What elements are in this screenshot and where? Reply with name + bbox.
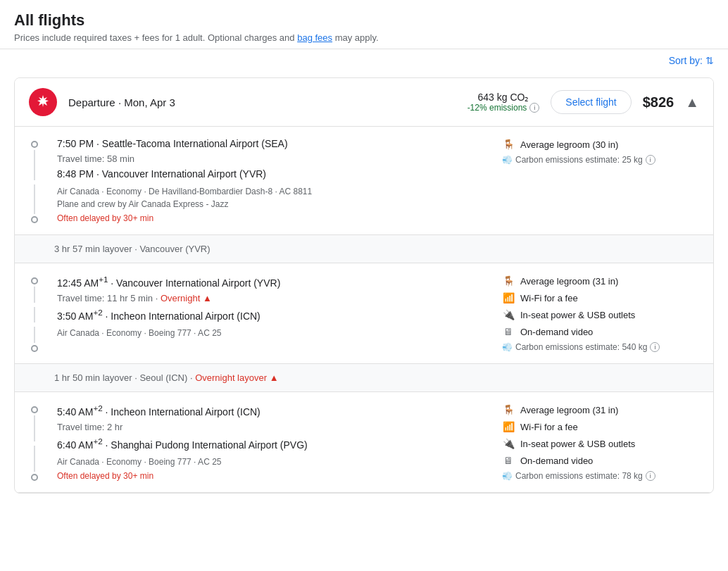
carbon-estimate-2: 💨 Carbon emissions estimate: 540 kg i [502,342,699,352]
segment-main-1: 7:50 PM · Seattle-Tacoma International A… [57,138,485,223]
legroom-amenity-1: 🪑 Average legroom (30 in) [502,138,699,151]
legroom-amenity-2: 🪑 Average legroom (31 in) [502,275,699,287]
timeline-line-3 [34,287,35,303]
flight-segment-1: 7:50 PM · Seattle-Tacoma International A… [15,127,713,235]
layover-2: 1 hr 50 min layover · Seoul (ICN) · Over… [15,364,713,392]
wifi-icon-2: 📶 [502,291,515,304]
timeline-dot-top [31,141,38,148]
video-amenity-2: 🖥 On-demand video [502,325,699,338]
air-canada-logo [29,88,57,116]
segment-amenities-2: 🪑 Average legroom (31 in) 📶 Wi-Fi for a … [502,275,699,352]
legroom-icon-3: 🪑 [502,403,515,416]
power-icon-3: 🔌 [502,437,515,450]
carbon-icon-3: 💨 [502,471,513,481]
segment-amenities-1: 🪑 Average legroom (30 in) 💨 Carbon emiss… [502,138,699,223]
video-amenity-3: 🖥 On-demand video [502,454,699,467]
segment-timeline-1 [29,138,40,223]
departure-time-2: 12:45 AM+1 · Vancouver International Air… [57,275,485,289]
travel-time-1: Travel time: 58 min [57,153,485,164]
page-title: All flights [14,11,714,30]
chevron-up-icon: ▲ [685,94,699,111]
timeline-line-2 [34,184,35,215]
video-icon-2: 🖥 [502,325,515,338]
video-icon-3: 🖥 [502,454,515,467]
travel-time-2: Travel time: 11 hr 5 min · Overnight ▲ [57,293,485,303]
segment-amenities-3: 🪑 Average legroom (31 in) 📶 Wi-Fi for a … [502,403,699,481]
legroom-icon: 🪑 [502,138,515,151]
timeline-dot-bottom-3 [31,474,38,481]
timeline-dot-top-2 [31,277,38,284]
delay-warning-3: Often delayed by 30+ min [57,471,485,481]
timeline-line-5 [34,327,35,343]
carbon-info-icon-3[interactable]: i [646,471,655,481]
select-flight-button[interactable]: Select flight [551,90,631,114]
layover-1: 3 hr 57 min layover · Vancouver (YVR) [15,235,713,263]
carbon-info-icon-2[interactable]: i [650,342,660,352]
segment-timeline-3 [29,403,40,481]
legroom-icon-2: 🪑 [502,275,515,287]
travel-time-3: Travel time: 2 hr [57,422,485,432]
arrival-time-2: 3:50 AM+2 · Incheon International Airpor… [57,308,485,322]
airline-details-1: Air Canada · Economy · De Havilland-Bomb… [57,185,485,211]
airline-logo [29,88,57,116]
sort-icon: ⇅ [705,55,714,66]
timeline-line-4 [34,307,35,323]
wifi-amenity-2: 📶 Wi-Fi for a fee [502,291,699,304]
flight-segment-3: 5:40 AM+2 · Incheon International Airpor… [15,392,713,493]
segment-timeline-2 [29,275,40,352]
airline-details-3: Air Canada · Economy · Boeing 777 · AC 2… [57,456,485,468]
carbon-icon-2: 💨 [502,342,513,352]
legroom-amenity-3: 🪑 Average legroom (31 in) [502,403,699,416]
timeline-dot-top-3 [31,406,38,413]
page-header: All flights Prices include required taxe… [0,0,728,72]
power-amenity-3: 🔌 In-seat power & USB outlets [502,437,699,450]
emission-info-icon[interactable]: i [529,103,539,113]
sort-button[interactable]: Sort by: ⇅ [669,55,714,66]
flight-card-header: Departure · Mon, Apr 3 643 kg CO₂ -12% e… [15,78,713,127]
delay-warning-1: Often delayed by 30+ min [57,213,485,223]
emission-badge: -12% emissions i [467,103,540,113]
bag-fees-link[interactable]: bag fees [297,32,332,43]
overnight-warning: Overnight ▲ [161,293,212,303]
departure-time-1: 7:50 PM · Seattle-Tacoma International A… [57,138,485,149]
flight-segment-2: 12:45 AM+1 · Vancouver International Air… [15,263,713,364]
arrival-time-1: 8:48 PM · Vancouver International Airpor… [57,168,485,180]
carbon-info-icon-1[interactable]: i [646,155,655,165]
arrival-time-3: 6:40 AM+2 · Shanghai Pudong Internationa… [57,437,485,451]
carbon-estimate-3: 💨 Carbon emissions estimate: 78 kg i [502,471,699,481]
timeline-line-7 [34,446,35,472]
departure-time-3: 5:40 AM+2 · Incheon International Airpor… [57,403,485,418]
price: $826 [643,94,674,111]
carbon-icon-1: 💨 [502,155,513,165]
timeline-dot-bottom-2 [31,345,38,352]
timeline-dot-bottom [31,216,38,223]
flight-card: Departure · Mon, Apr 3 643 kg CO₂ -12% e… [14,77,714,494]
page-subtitle: Prices include required taxes + fees for… [14,32,714,43]
airline-details-2: Air Canada · Economy · Boeing 777 · AC 2… [57,327,485,339]
timeline-line [34,150,35,180]
segment-main-3: 5:40 AM+2 · Incheon International Airpor… [57,403,485,481]
power-icon-2: 🔌 [502,308,515,321]
collapse-button[interactable]: ▲ [685,94,699,111]
sort-bar: Sort by: ⇅ [0,49,728,72]
wifi-amenity-3: 📶 Wi-Fi for a fee [502,420,699,433]
wifi-icon-3: 📶 [502,420,515,433]
segment-main-2: 12:45 AM+1 · Vancouver International Air… [57,275,485,352]
carbon-estimate-1: 💨 Carbon emissions estimate: 25 kg i [502,155,699,165]
departure-info: Departure · Mon, Apr 3 [68,96,456,108]
emission-info: 643 kg CO₂ -12% emissions i [467,92,540,113]
emission-value: 643 kg CO₂ [467,92,540,103]
power-amenity-2: 🔌 In-seat power & USB outlets [502,308,699,321]
overnight-layover-label: Overnight layover ▲ [195,372,278,383]
timeline-line-6 [34,415,35,441]
